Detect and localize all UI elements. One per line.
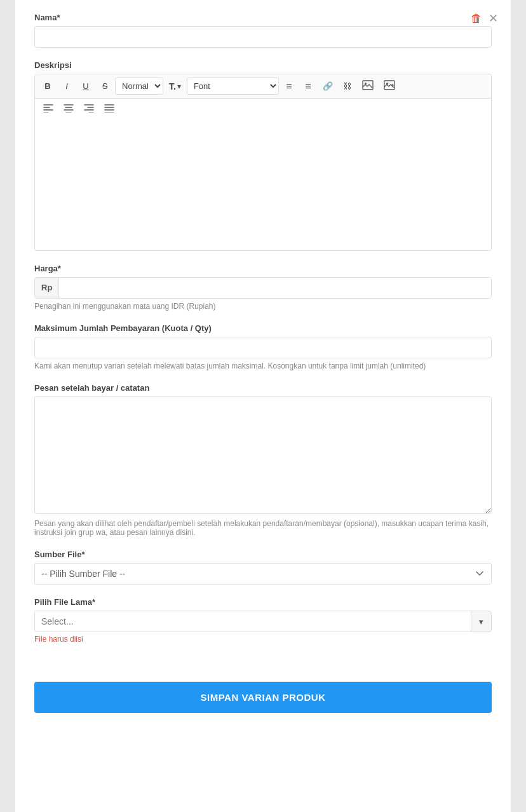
svg-point-3 — [386, 83, 388, 85]
harga-input-wrapper: Rp — [34, 277, 492, 299]
ordered-list-button[interactable]: ≡ — [299, 78, 317, 95]
insert-image-button[interactable] — [358, 77, 378, 95]
file-error-text: File harus diisi — [34, 635, 492, 644]
pilih-file-label: Pilih File Lama* — [34, 597, 492, 607]
align-center-button[interactable] — [59, 100, 78, 116]
deskripsi-field-section: Deskripsi B I U — [34, 60, 492, 251]
editor-toolbar: B I U S Normal — [35, 74, 491, 98]
rich-text-editor: B I U S Normal — [34, 74, 492, 251]
font-color-chevron-icon: ▾ — [177, 82, 181, 91]
unlink-button[interactable]: ⛓ — [339, 78, 356, 94]
maksimum-input[interactable] — [34, 337, 492, 358]
delete-button[interactable]: 🗑 — [471, 11, 482, 25]
insert-image-icon — [362, 80, 374, 92]
pilih-file-input[interactable] — [35, 611, 471, 632]
align-justify-button[interactable] — [100, 100, 119, 116]
strikethrough-button[interactable]: S — [96, 78, 114, 94]
pesan-textarea[interactable] — [34, 396, 492, 514]
editor-content-area[interactable] — [35, 117, 491, 250]
align-right-button[interactable] — [79, 100, 98, 116]
svg-point-1 — [365, 83, 367, 85]
underline-button[interactable]: U — [77, 78, 95, 94]
save-varian-button[interactable]: SIMPAN VARIAN PRODUK — [34, 682, 492, 713]
unlink-icon: ⛓ — [343, 81, 351, 91]
pesan-helper-text: Pesan yang akan dilihat oleh pendaftar/p… — [34, 519, 492, 537]
sumber-file-select[interactable]: -- Pilih Sumber File -- Google Drive Dro… — [34, 563, 492, 585]
unordered-list-icon: ≡ — [286, 81, 292, 92]
nama-label: Nama* — [34, 13, 492, 22]
pilih-file-dropdown-button[interactable]: ▾ — [471, 611, 491, 632]
harga-prefix: Rp — [35, 278, 59, 298]
sumber-file-field-section: Sumber File* -- Pilih Sumber File -- Goo… — [34, 550, 492, 585]
alignment-toolbar-row — [35, 98, 491, 117]
bold-button[interactable]: B — [39, 78, 57, 94]
align-left-button[interactable] — [39, 100, 58, 116]
pilih-file-select-wrapper: ▾ — [34, 611, 492, 632]
nama-field-section: Nama* — [34, 13, 492, 48]
nama-input[interactable] — [34, 26, 492, 48]
close-button[interactable]: ✕ — [489, 11, 498, 25]
heading-select[interactable]: Normal H1H2H3 — [115, 78, 163, 95]
font-color-button[interactable]: T. ▾ — [165, 78, 185, 95]
italic-button[interactable]: I — [58, 78, 76, 94]
maksimum-helper-text: Kami akan menutup varian setelah melewat… — [34, 362, 492, 370]
sumber-file-label: Sumber File* — [34, 550, 492, 559]
maksimum-field-section: Maksimum Jumlah Pembayaran (Kuota / Qty)… — [34, 323, 492, 370]
maksimum-label: Maksimum Jumlah Pembayaran (Kuota / Qty) — [34, 323, 492, 333]
spacer — [34, 656, 492, 675]
deskripsi-label: Deskripsi — [34, 60, 492, 70]
pesan-label: Pesan setelah bayar / catatan — [34, 383, 492, 393]
link-button[interactable]: 🔗 — [318, 78, 337, 94]
chevron-down-icon: ▾ — [479, 617, 483, 626]
harga-helper-text: Penagihan ini menggunakan mata uang IDR … — [34, 302, 492, 311]
harga-label: Harga* — [34, 264, 492, 273]
insert-image2-button[interactable] — [379, 77, 400, 95]
ordered-list-icon: ≡ — [305, 81, 311, 92]
unordered-list-button[interactable]: ≡ — [280, 78, 298, 95]
insert-image2-icon — [384, 80, 395, 92]
pesan-field-section: Pesan setelah bayar / catatan Pesan yang… — [34, 383, 492, 537]
link-icon: 🔗 — [323, 81, 333, 91]
pilih-file-field-section: Pilih File Lama* ▾ File harus diisi — [34, 597, 492, 644]
font-family-select[interactable]: Font Arial Times New Roman Courier New — [187, 78, 279, 95]
harga-input[interactable] — [59, 278, 491, 298]
harga-field-section: Harga* Rp Penagihan ini menggunakan mata… — [34, 264, 492, 311]
